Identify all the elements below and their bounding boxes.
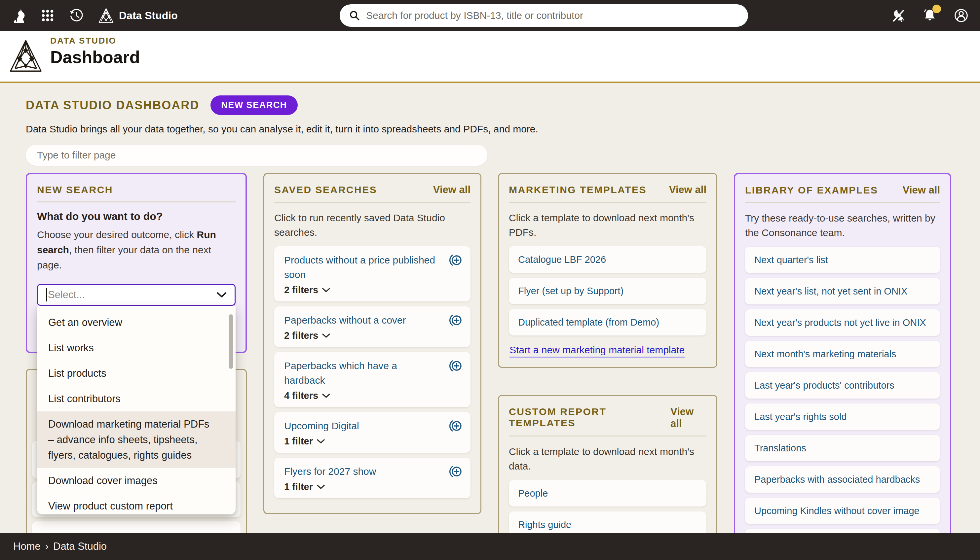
- template-link[interactable]: Flyer (set up by Support): [518, 283, 697, 298]
- dropdown-option[interactable]: List works: [37, 335, 235, 360]
- breadcrumb-current: Data Studio: [53, 540, 107, 552]
- custom-report-description: Click a template to download next month'…: [509, 445, 706, 473]
- example-search-link[interactable]: Upcoming Kindles without cover image: [754, 503, 931, 518]
- data-studio-logo-icon[interactable]: [99, 8, 114, 23]
- dropdown-option[interactable]: List products: [37, 360, 235, 386]
- example-search-item[interactable]: Next year's list, not yet sent in ONIX: [745, 278, 940, 305]
- outcome-select[interactable]: Select...: [37, 284, 235, 306]
- run-in-new-plus-icon[interactable]: [447, 312, 463, 328]
- example-search-item[interactable]: Next year's products not yet live in ONI…: [745, 309, 940, 336]
- run-in-new-plus-icon[interactable]: [447, 358, 463, 374]
- example-search-link[interactable]: Last year's products' contributors: [754, 378, 931, 393]
- saved-search-item[interactable]: Upcoming Digital 1 filter: [274, 412, 471, 453]
- saved-search-link[interactable]: Paperbacks without a cover: [284, 313, 437, 328]
- data-studio-app: Data Studio: [0, 0, 980, 560]
- topbar-right: [891, 0, 969, 31]
- dropdown-scrollbar-thumb[interactable]: [229, 314, 233, 369]
- marketing-templates-description: Click a template to download next month'…: [509, 211, 706, 240]
- chevron-down-icon: [217, 292, 227, 298]
- header-eyebrow: DATA STUDIO: [50, 36, 140, 46]
- dropdown-option[interactable]: Download cover images: [37, 468, 235, 493]
- custom-report-view-all-link[interactable]: View all: [670, 406, 706, 430]
- saved-searches-card: SAVED SEARCHES View all Click to run rec…: [263, 173, 481, 514]
- template-link[interactable]: Rights guide: [518, 517, 697, 532]
- template-item[interactable]: Duplicated template (from Demo): [509, 309, 706, 335]
- chevron-down-icon: [322, 333, 330, 338]
- saved-search-link[interactable]: Flyers for 2027 show: [284, 464, 437, 479]
- template-item[interactable]: Flyer (set up by Support): [509, 278, 706, 304]
- saved-search-item[interactable]: Products without a price published soon …: [274, 246, 471, 302]
- filters-toggle[interactable]: 4 filters: [284, 390, 437, 401]
- start-marketing-template-link[interactable]: Start a new marketing material template: [509, 344, 684, 356]
- example-search-item[interactable]: Translations: [745, 435, 940, 461]
- saved-searches-view-all-link[interactable]: View all: [433, 184, 471, 196]
- dropdown-option[interactable]: Get an overview: [37, 310, 235, 335]
- marketing-templates-title: MARKETING TEMPLATES: [509, 184, 647, 195]
- example-search-link[interactable]: Translations: [754, 441, 931, 455]
- global-search-input[interactable]: [366, 10, 745, 22]
- example-search-item[interactable]: Next quarter's list: [745, 247, 940, 273]
- saved-search-item[interactable]: Flyers for 2027 show 1 filter: [274, 458, 471, 498]
- account-icon[interactable]: [953, 8, 969, 23]
- template-link[interactable]: Duplicated template (from Demo): [518, 315, 697, 330]
- dropdown-option[interactable]: List contributors: [37, 386, 235, 412]
- breadcrumb-bar: Home › Data Studio: [0, 533, 980, 560]
- run-in-new-plus-icon[interactable]: [447, 463, 463, 480]
- template-item[interactable]: Catalogue LBF 2026: [509, 246, 706, 273]
- marketing-templates-view-all-link[interactable]: View all: [669, 184, 706, 196]
- theme-toggle-icon[interactable]: [891, 8, 906, 23]
- filters-toggle[interactable]: 2 filters: [284, 330, 437, 341]
- card-divider: [509, 435, 706, 437]
- example-search-link[interactable]: Next month's marketing materials: [754, 347, 931, 361]
- example-search-link[interactable]: Paperbacks with associated hardbacks: [754, 472, 931, 487]
- chevron-down-icon: [317, 439, 325, 444]
- saved-search-item[interactable]: Paperbacks without a cover 2 filters: [274, 307, 471, 347]
- saved-searches-description: Click to run recently saved Data Studio …: [274, 211, 471, 240]
- topbar: Data Studio: [0, 0, 980, 31]
- search-icon: [349, 10, 366, 21]
- example-search-link[interactable]: Next year's list, not yet sent in ONIX: [754, 284, 931, 298]
- library-view-all-link[interactable]: View all: [903, 184, 940, 196]
- run-in-new-plus-icon[interactable]: [447, 252, 463, 268]
- dropdown-option[interactable]: View product custom report: [37, 493, 235, 515]
- outcome-question: What do you want to do?: [37, 210, 235, 223]
- template-item[interactable]: People: [509, 480, 706, 507]
- notification-badge: [932, 5, 941, 13]
- new-search-button[interactable]: NEW SEARCH: [210, 95, 298, 115]
- column-templates: MARKETING TEMPLATES View all Click a tem…: [498, 173, 717, 560]
- template-link[interactable]: People: [518, 486, 697, 500]
- example-search-link[interactable]: Last year's rights sold: [754, 410, 931, 424]
- page-filter-input[interactable]: [26, 145, 487, 166]
- dropdown-option-highlighted[interactable]: Download marketing material PDFs – advan…: [37, 412, 235, 468]
- global-search: [340, 4, 748, 27]
- column-new-search: NEW SEARCH What do you want to do? Choos…: [26, 173, 247, 560]
- notifications-bell-icon[interactable]: [923, 8, 937, 23]
- saved-search-item[interactable]: Paperbacks which have a hardback 4 filte…: [274, 352, 471, 407]
- chevron-down-icon: [322, 393, 330, 398]
- breadcrumb-separator: ›: [45, 540, 48, 552]
- filters-toggle[interactable]: 1 filter: [284, 482, 437, 492]
- example-search-link[interactable]: Next quarter's list: [754, 253, 931, 267]
- apps-grid-icon[interactable]: [41, 9, 54, 22]
- example-search-link[interactable]: Next year's products not yet live in ONI…: [754, 315, 931, 330]
- text-caret: [46, 288, 47, 302]
- run-in-new-plus-icon[interactable]: [447, 418, 463, 434]
- saved-search-link[interactable]: Products without a price published soon: [284, 253, 437, 282]
- saved-search-link[interactable]: Upcoming Digital: [284, 419, 437, 433]
- saved-search-link[interactable]: Paperbacks which have a hardback: [284, 358, 437, 388]
- example-search-item[interactable]: Next month's marketing materials: [745, 341, 940, 367]
- breadcrumb-home-link[interactable]: Home: [13, 540, 41, 552]
- example-search-item[interactable]: Upcoming Kindles without cover image: [745, 498, 940, 524]
- template-link[interactable]: Catalogue LBF 2026: [518, 252, 697, 267]
- example-search-item[interactable]: Last year's rights sold: [745, 403, 940, 430]
- filters-toggle[interactable]: 1 filter: [284, 436, 437, 447]
- new-search-card-title: NEW SEARCH: [37, 184, 113, 195]
- example-search-item[interactable]: Last year's products' contributors: [745, 372, 940, 398]
- page-title: Dashboard: [50, 47, 140, 67]
- filters-toggle[interactable]: 2 filters: [284, 285, 437, 295]
- cat-icon[interactable]: [11, 8, 27, 23]
- example-search-item[interactable]: Paperbacks with associated hardbacks: [745, 466, 940, 493]
- saved-searches-title: SAVED SEARCHES: [274, 184, 377, 195]
- history-icon[interactable]: [69, 8, 84, 23]
- page-header: DATA STUDIO Dashboard: [0, 31, 980, 83]
